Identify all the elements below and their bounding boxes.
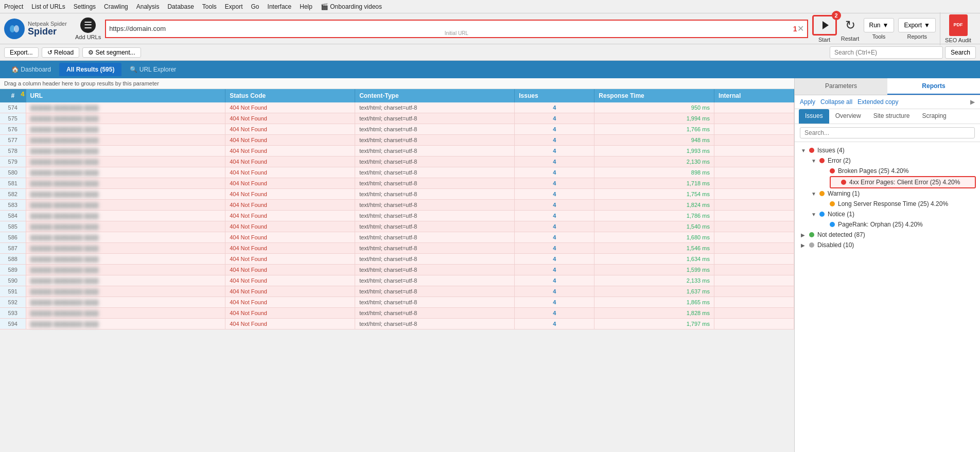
cell-url: ██████ ████████ ████ bbox=[26, 308, 225, 319]
table-row[interactable]: 586 ██████ ████████ ████ 404 Not Found t… bbox=[0, 232, 794, 243]
apply-link[interactable]: Apply bbox=[800, 98, 815, 106]
tree-notice-label: Notice (1) bbox=[828, 211, 974, 218]
add-urls-button[interactable]: ☰ Add URLs bbox=[75, 18, 101, 40]
app-logo-icon bbox=[4, 19, 25, 39]
table-row[interactable]: 591 ██████ ████████ ████ 404 Not Found t… bbox=[0, 286, 794, 297]
tree-notice-item[interactable]: ▼ Notice (1) bbox=[809, 209, 976, 219]
rp-sub-tab-site-structure[interactable]: Site structure bbox=[867, 109, 916, 124]
search-button[interactable]: Search bbox=[945, 46, 976, 59]
tree-pagerank-item[interactable]: PageRank: Orphan (25) 4.20% bbox=[819, 219, 976, 230]
menu-export[interactable]: Export bbox=[225, 3, 243, 10]
table-row[interactable]: 592 ██████ ████████ ████ 404 Not Found t… bbox=[0, 297, 794, 308]
seo-audit-area[interactable]: PDF SEO Audit bbox=[940, 12, 976, 45]
table-row[interactable]: 576 ██████ ████████ ████ 404 Not Found t… bbox=[0, 124, 794, 135]
menu-interface[interactable]: Interface bbox=[268, 3, 292, 10]
cell-url: ██████ ████████ ████ bbox=[26, 232, 225, 243]
url-text: ██████ ████████ ████ bbox=[30, 116, 99, 121]
tree-not-detected-item[interactable]: ▶ Not detected (87) bbox=[799, 230, 976, 240]
table-row[interactable]: 581 ██████ ████████ ████ 404 Not Found t… bbox=[0, 178, 794, 189]
menu-help[interactable]: Help bbox=[300, 3, 312, 10]
tree-long-server-item[interactable]: Long Server Response Time (25) 4.20% bbox=[819, 199, 976, 209]
tree-issues-root[interactable]: ▼ Issues (4) bbox=[799, 145, 976, 155]
col-response[interactable]: Response Time bbox=[594, 89, 714, 102]
cell-url: ██████ ████████ ████ bbox=[26, 243, 225, 254]
cell-num: 580 bbox=[0, 167, 26, 178]
rp-search-input[interactable] bbox=[800, 127, 975, 138]
tree-broken-pages-item[interactable]: Broken Pages (25) 4.20% bbox=[819, 166, 976, 176]
collapse-all-link[interactable]: Collapse all bbox=[820, 98, 852, 106]
menu-list-urls[interactable]: List of URLs bbox=[31, 3, 65, 10]
col-internal[interactable]: Internal bbox=[714, 89, 794, 102]
cell-status: 404 Not Found bbox=[225, 113, 355, 124]
table-row[interactable]: 588 ██████ ████████ ████ 404 Not Found t… bbox=[0, 254, 794, 265]
tree-warning-item[interactable]: ▼ Warning (1) bbox=[809, 188, 976, 199]
panel-collapse-icon[interactable]: ▶ bbox=[970, 98, 975, 106]
table-row[interactable]: 583 ██████ ████████ ████ 404 Not Found t… bbox=[0, 200, 794, 211]
rp-tab-parameters[interactable]: Parameters bbox=[795, 78, 887, 95]
table-row[interactable]: 587 ██████ ████████ ████ 404 Not Found t… bbox=[0, 243, 794, 254]
table-row[interactable]: 578 ██████ ████████ ████ 404 Not Found t… bbox=[0, 146, 794, 157]
rp-tab-reports[interactable]: Reports bbox=[887, 78, 980, 95]
rp-sub-tab-overview[interactable]: Overview bbox=[829, 109, 867, 124]
tree-error-item[interactable]: ▼ Error (2) bbox=[809, 155, 976, 166]
search-input[interactable] bbox=[830, 46, 943, 59]
url-clear-button[interactable]: ✕ bbox=[797, 24, 804, 33]
table-row[interactable]: 593 ██████ ████████ ████ 404 Not Found t… bbox=[0, 308, 794, 319]
cell-status: 404 Not Found bbox=[225, 297, 355, 308]
cell-content: text/html; charset=utf-8 bbox=[355, 178, 515, 189]
rp-sub-tab-scraping[interactable]: Scraping bbox=[916, 109, 952, 124]
menu-project[interactable]: Project bbox=[4, 3, 23, 10]
export-button[interactable]: Export ▼ bbox=[898, 18, 936, 32]
col-content[interactable]: Content-Type bbox=[355, 89, 515, 102]
restart-button[interactable]: ↻ bbox=[841, 16, 860, 34]
table-row[interactable]: 590 ██████ ████████ ████ 404 Not Found t… bbox=[0, 275, 794, 286]
table-row[interactable]: 589 ██████ ████████ ████ 404 Not Found t… bbox=[0, 265, 794, 275]
rp-sub-tab-issues[interactable]: Issues bbox=[799, 109, 829, 124]
table-row[interactable]: 574 ██████ ████████ ████ 404 Not Found t… bbox=[0, 102, 794, 113]
tree-disabled-item[interactable]: ▶ Disabled (10) bbox=[799, 240, 976, 250]
cell-internal bbox=[714, 286, 794, 297]
cell-content: text/html; charset=utf-8 bbox=[355, 308, 515, 319]
menu-database[interactable]: Database bbox=[167, 3, 194, 10]
table-row[interactable]: 594 ██████ ████████ ████ 404 Not Found t… bbox=[0, 319, 794, 329]
tab-dashboard[interactable]: 🏠 Dashboard bbox=[4, 63, 58, 76]
table-row[interactable]: 580 ██████ ████████ ████ 404 Not Found t… bbox=[0, 167, 794, 178]
col-issues[interactable]: Issues bbox=[515, 89, 594, 102]
seo-audit-icon: PDF bbox=[949, 14, 968, 36]
table-row[interactable]: 575 ██████ ████████ ████ 404 Not Found t… bbox=[0, 113, 794, 124]
menu-onboarding[interactable]: 🎬 Onboarding videos bbox=[321, 3, 382, 10]
export-button-2[interactable]: Export... bbox=[4, 47, 39, 58]
tree-error-group: ▼ Error (2) Broken Pages (25) 4.20% bbox=[799, 155, 976, 188]
run-button[interactable]: Run ▼ bbox=[864, 18, 895, 32]
table-row[interactable]: 585 ██████ ████████ ████ 404 Not Found t… bbox=[0, 221, 794, 232]
reload-button[interactable]: ↺ Reload bbox=[42, 47, 79, 58]
cell-num: 585 bbox=[0, 221, 26, 232]
col-url[interactable]: URL bbox=[26, 89, 225, 102]
cell-num: 592 bbox=[0, 297, 26, 308]
cell-content: text/html; charset=utf-8 bbox=[355, 232, 515, 243]
table-row[interactable]: 584 ██████ ████████ ████ 404 Not Found t… bbox=[0, 211, 794, 221]
menu-go[interactable]: Go bbox=[251, 3, 259, 10]
cell-status: 404 Not Found bbox=[225, 200, 355, 211]
tree-4xx-item[interactable]: 4xx Error Pages: Client Error (25) 4.20% bbox=[830, 176, 976, 188]
cell-num: 575 bbox=[0, 113, 26, 124]
table-row[interactable]: 579 ██████ ████████ ████ 404 Not Found t… bbox=[0, 157, 794, 167]
set-segment-button[interactable]: ⚙ Set segment... bbox=[82, 47, 141, 58]
run-dropdown-icon: ▼ bbox=[883, 22, 889, 29]
tree-dot-disabled bbox=[809, 242, 814, 248]
menu-settings[interactable]: Settings bbox=[74, 3, 96, 10]
tab-url-explorer[interactable]: 🔍 URL Explorer bbox=[122, 63, 183, 76]
cell-response: 950 ms bbox=[594, 102, 714, 113]
menu-crawling[interactable]: Crawling bbox=[104, 3, 128, 10]
menu-tools[interactable]: Tools bbox=[202, 3, 217, 10]
table-row[interactable]: 577 ██████ ████████ ████ 404 Not Found t… bbox=[0, 135, 794, 146]
cell-content: text/html; charset=utf-8 bbox=[355, 221, 515, 232]
table-container[interactable]: # 4 URL Status Code Content-Type Issues … bbox=[0, 89, 794, 452]
col-status[interactable]: Status Code bbox=[225, 89, 355, 102]
url-text: ██████ ████████ ████ bbox=[30, 310, 99, 316]
table-row[interactable]: 582 ██████ ████████ ████ 404 Not Found t… bbox=[0, 189, 794, 200]
menu-analysis[interactable]: Analysis bbox=[136, 3, 160, 10]
tab-all-results[interactable]: All Results (595) bbox=[59, 63, 121, 76]
extended-copy-link[interactable]: Extended copy bbox=[857, 98, 898, 106]
url-text: ██████ ████████ ████ bbox=[30, 159, 99, 165]
